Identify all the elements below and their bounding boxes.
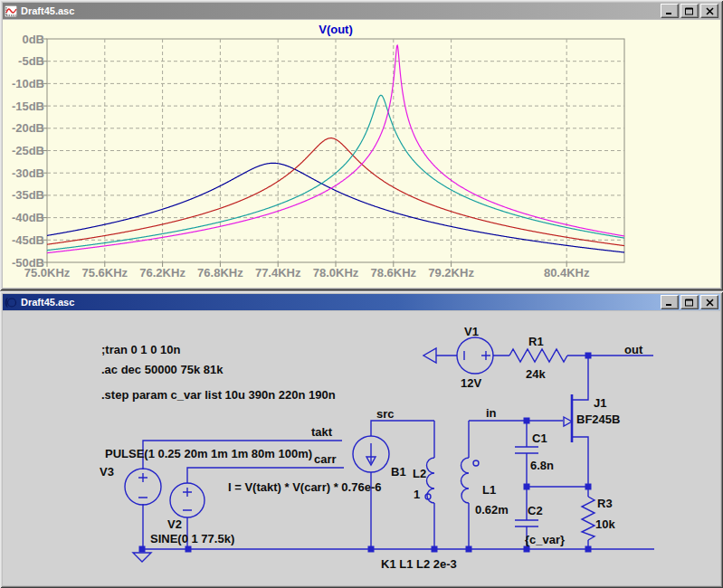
maximize-icon <box>685 7 694 15</box>
schematic-window-icon[interactable] <box>5 297 17 308</box>
minimize-icon <box>665 7 674 15</box>
c1-name[interactable]: C1 <box>532 432 547 445</box>
x-tick-label: 75.0KHz <box>24 266 71 280</box>
waveform-window-icon[interactable] <box>5 5 17 17</box>
x-tick-label: 76.2KHz <box>139 266 186 280</box>
l2-name[interactable]: L2 <box>413 467 426 480</box>
plot-grid <box>42 39 624 267</box>
net-label-out[interactable]: out <box>624 343 643 356</box>
x-tick-label: 76.8KHz <box>197 266 243 280</box>
v3-voltage-source-symbol[interactable] <box>125 469 161 505</box>
waveform-window-titlebar[interactable]: Draft45.asc <box>3 3 720 19</box>
schematic-window-titlebar[interactable]: Draft45.asc <box>3 294 720 310</box>
x-tick-label: 80.4KHz <box>544 266 590 280</box>
c1-capacitor-symbol[interactable] <box>515 447 538 453</box>
close-button[interactable] <box>700 4 718 18</box>
maximize-button[interactable] <box>680 295 699 309</box>
l2-value[interactable]: 1 <box>414 488 420 501</box>
v1-voltage-source-symbol[interactable] <box>457 337 493 374</box>
l1-inductor-symbol[interactable] <box>461 458 480 503</box>
r1-name[interactable]: R1 <box>528 335 544 348</box>
c2-capacitor-symbol[interactable] <box>515 520 538 526</box>
directive-coupling[interactable]: K1 L1 L2 2e-3 <box>381 557 457 571</box>
minimize-button[interactable] <box>661 295 679 309</box>
net-label-in[interactable]: in <box>486 406 497 420</box>
close-icon <box>706 299 714 307</box>
l1-value[interactable]: 0.62m <box>475 503 509 517</box>
window-title: Draft45.asc <box>21 297 661 308</box>
trace-label[interactable]: V(out) <box>319 23 353 36</box>
j1-name[interactable]: J1 <box>594 396 606 410</box>
b1-value[interactable]: I = V(takt) * V(carr) * 0.76e-6 <box>228 480 381 494</box>
x-tick-label: 79.2KHz <box>428 266 474 280</box>
y-tick-label: -25dB <box>12 144 44 157</box>
y-tick-label: -15dB <box>12 100 44 113</box>
y-tick-label: -20dB <box>12 121 44 135</box>
y-tick-label: -30dB <box>12 166 44 180</box>
v2-value[interactable]: SINE(0 1 77.5k) <box>150 532 234 545</box>
v3-name[interactable]: V3 <box>100 465 114 479</box>
window-title: Draft45.asc <box>21 5 661 16</box>
close-button[interactable] <box>700 295 718 309</box>
directive-ac[interactable]: .ac dec 50000 75k 81k <box>101 363 224 376</box>
x-tick-label: 78.6KHz <box>371 266 417 280</box>
net-label-takt[interactable]: takt <box>311 425 333 439</box>
y-tick-label: -45dB <box>12 233 44 247</box>
r1-resistor-symbol[interactable] <box>509 349 567 362</box>
r3-value[interactable]: 10k <box>595 517 615 531</box>
c2-value[interactable]: {c_var} <box>525 533 565 546</box>
r1-value[interactable]: 24k <box>526 367 546 381</box>
b1-current-source-symbol[interactable] <box>353 436 389 472</box>
r3-resistor-symbol[interactable] <box>582 497 595 540</box>
c1-value[interactable]: 6.8n <box>530 459 554 472</box>
x-tick-label: 77.4KHz <box>255 266 301 280</box>
v2-name[interactable]: V2 <box>167 517 182 531</box>
x-tick-label: 78.0KHz <box>313 266 359 280</box>
minimize-icon <box>665 299 674 307</box>
ground-symbol[interactable] <box>423 348 436 363</box>
j1-value[interactable]: BF245B <box>576 413 620 426</box>
v2-voltage-source-symbol[interactable] <box>170 483 205 517</box>
y-tick-label: 0dB <box>22 33 44 46</box>
r3-name[interactable]: R3 <box>597 497 613 510</box>
net-label-carr[interactable]: carr <box>314 452 337 466</box>
y-tick-label: -35dB <box>12 188 44 202</box>
plot-pane[interactable]: V(out) 0dB-5dB-10dB-15dB-20dB-25dB-30dB-… <box>3 20 720 288</box>
directive-tran[interactable]: ;tran 0 1 0 10n <box>101 343 180 356</box>
close-icon <box>706 7 714 15</box>
directive-step[interactable]: .step param c_var list 10u 390n 220n 190… <box>101 388 336 402</box>
y-tick-label: -40dB <box>12 211 44 224</box>
y-tick-label: -5dB <box>18 54 44 68</box>
axis-labels: 0dB-5dB-10dB-15dB-20dB-25dB-30dB-35dB-40… <box>12 33 590 280</box>
l2-inductor-symbol[interactable] <box>425 458 434 503</box>
waveform-window: Draft45.asc V(out) 0dB-5dB-10dB-15dB-20d… <box>0 0 723 290</box>
schematic-canvas[interactable]: ;tran 0 1 0 10n .ac dec 50000 75k 81k .s… <box>3 311 720 585</box>
l1-name[interactable]: L1 <box>482 483 496 497</box>
maximize-button[interactable] <box>680 4 699 18</box>
ground-symbol[interactable] <box>133 553 151 562</box>
x-tick-label: 75.6KHz <box>82 266 128 280</box>
minimize-button[interactable] <box>661 4 679 18</box>
c2-name[interactable]: C2 <box>528 504 543 517</box>
b1-name[interactable]: B1 <box>391 465 406 479</box>
v3-value[interactable]: PULSE(1 0.25 20m 1m 1m 80m 100m) <box>105 447 312 460</box>
net-label-src[interactable]: src <box>376 407 395 421</box>
y-tick-label: -10dB <box>12 77 44 90</box>
schematic-window: Draft45.asc <box>0 291 723 588</box>
v1-name[interactable]: V1 <box>464 325 479 338</box>
v1-value[interactable]: 12V <box>461 376 481 390</box>
maximize-icon <box>685 299 694 307</box>
